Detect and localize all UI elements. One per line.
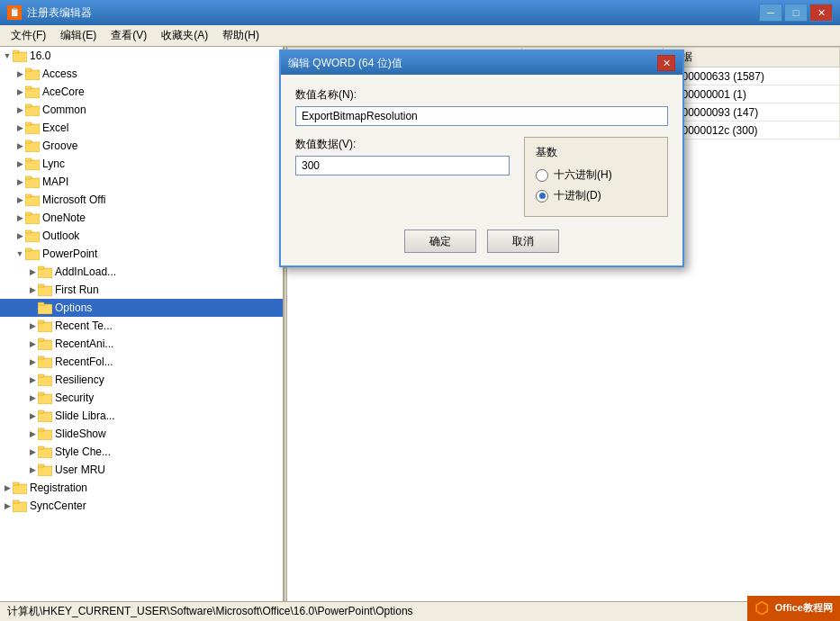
radio-hex-circle xyxy=(536,169,548,182)
base-label: 基数 xyxy=(536,145,656,160)
data-field-label: 数值数据(V): xyxy=(295,137,510,152)
radio-dec-text: 十进制(D) xyxy=(554,188,601,203)
dialog-title: 编辑 QWORD (64 位)值 xyxy=(288,56,657,71)
name-field-label: 数值名称(N): xyxy=(295,87,668,103)
ok-button[interactable]: 确定 xyxy=(404,230,476,253)
dialog-overlay: 编辑 QWORD (64 位)值 ✕ 数值名称(N): 数值数据(V): 基数 … xyxy=(0,0,840,621)
dialog-title-bar: 编辑 QWORD (64 位)值 ✕ xyxy=(281,51,682,75)
name-field-input[interactable] xyxy=(295,106,668,126)
dialog-data-row: 数值数据(V): 基数 十六进制(H) 十进制(D) xyxy=(295,137,668,217)
cancel-button[interactable]: 取消 xyxy=(487,230,559,253)
radio-hex-text: 十六进制(H) xyxy=(554,167,612,183)
base-group: 基数 十六进制(H) 十进制(D) xyxy=(524,137,668,217)
dialog-body: 数值名称(N): 数值数据(V): 基数 十六进制(H) 十进制(D) xyxy=(281,75,682,266)
dialog-data-left: 数值数据(V): xyxy=(295,137,510,217)
edit-qword-dialog: 编辑 QWORD (64 位)值 ✕ 数值名称(N): 数值数据(V): 基数 … xyxy=(279,50,684,267)
dialog-close-button[interactable]: ✕ xyxy=(657,55,675,71)
dialog-buttons: 确定 取消 xyxy=(295,230,668,253)
radio-hex-label[interactable]: 十六进制(H) xyxy=(536,167,656,183)
data-field-input[interactable] xyxy=(295,156,510,176)
radio-dec-label[interactable]: 十进制(D) xyxy=(536,188,656,203)
radio-dec-circle xyxy=(536,190,548,202)
